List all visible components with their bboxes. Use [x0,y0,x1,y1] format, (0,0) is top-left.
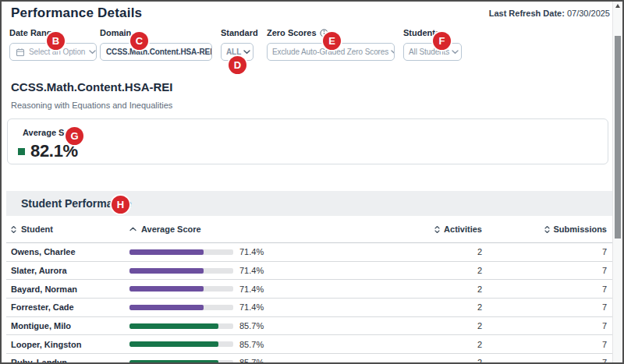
score-bar-track [129,323,233,329]
student-performance-table: Student Average Score Activities [6,216,613,364]
score-value: 71.4% [239,247,264,256]
vertical-scrollbar[interactable] [612,2,622,362]
annotation-badge-e: E [323,32,341,50]
annotation-badge-b: B [47,32,65,50]
activities-value: 2 [365,247,482,256]
filter-domain: Domain CCSS.Math.Content.HSA-REI [100,28,212,61]
score-bar-track [129,268,233,274]
submissions-value: 7 [482,358,607,364]
activities-value: 2 [365,284,482,294]
score-bar-track [129,305,233,310]
filter-students: Students All Students [403,28,462,61]
average-score-value: 82.1% [30,143,78,160]
submissions-value: 7 [482,266,607,275]
column-header-activities[interactable]: Activities [365,224,482,234]
standard-title: CCSS.Math.Content.HSA-REI [11,80,173,94]
last-refresh-label: Last Refresh Date: [489,9,565,18]
chevron-down-icon [452,50,459,55]
table-row: Ruby, Landyn 85.7% 2 7 [6,354,613,364]
page-title: Performance Details [11,5,142,21]
scrollbar-thumb[interactable] [615,36,621,239]
scrollbar-up-arrow-icon[interactable] [613,2,622,9]
table-body: Owens, Charlee 71.4% 2 7 Slater, Aurora … [6,243,613,364]
annotation-badge-f: F [433,32,451,50]
score-bar-fill [129,360,218,364]
calendar-icon [16,48,25,57]
score-bar-track [129,360,233,364]
student-name: Slater, Aurora [11,266,67,275]
activities-value: 2 [365,302,482,312]
column-label-activities: Activities [444,224,482,234]
activities-value: 2 [365,358,482,364]
chevron-down-icon [391,50,395,55]
average-score-card: Average Score 82.1% [7,118,608,164]
student-performance-header: Student Performance [6,191,613,216]
activities-value: 2 [365,266,482,275]
average-score-legend-swatch [18,148,25,155]
score-value: 71.4% [239,266,264,275]
score-value: 85.7% [239,321,264,330]
students-label: Students [403,28,462,37]
sort-icon [544,225,550,234]
chevron-down-icon [89,50,96,55]
student-name: Montigue, Milo [11,321,71,330]
student-name: Bayard, Norman [11,284,77,294]
table-row: Looper, Kingston 85.7% 2 7 [6,335,613,354]
column-label-submissions: Submissions [554,224,607,234]
submissions-value: 7 [482,247,607,256]
last-refresh-value: 07/30/2025 [567,9,610,18]
score-bar-fill [129,249,204,255]
table-header-row: Student Average Score Activities [6,216,613,243]
score-bar-fill [129,305,204,310]
annotation-badge-d: D [229,56,246,74]
chevron-down-icon [243,50,250,55]
annotation-badge-h: H [112,196,129,214]
student-name: Ruby, Landyn [11,358,67,364]
table-row: Forrester, Cade 71.4% 2 7 [6,299,613,317]
score-value: 85.7% [239,358,264,364]
column-header-submissions[interactable]: Submissions [482,224,607,234]
students-select[interactable]: All Students [403,43,462,61]
annotation-badge-c: C [130,32,148,50]
performance-details-page: Performance Details Last Refresh Date: 0… [0,0,624,364]
score-bar-track [129,249,233,255]
table-row: Bayard, Norman 71.4% 2 7 [6,280,613,299]
score-bar-track [129,341,233,347]
column-label-average-score: Average Score [141,224,201,234]
domain-value: CCSS.Math.Content.HSA-REI [106,48,212,56]
score-value: 71.4% [239,284,264,294]
column-header-student[interactable]: Student [11,224,129,234]
submissions-value: 7 [482,302,607,312]
average-score-label: Average Score [23,128,608,137]
standard-label: Standard [221,28,258,37]
score-value: 71.4% [239,302,264,312]
activities-value: 2 [365,321,482,330]
column-label-student: Student [21,224,53,234]
table-row: Owens, Charlee 71.4% 2 7 [6,243,613,262]
last-refresh-date: Last Refresh Date: 07/30/2025 [489,9,610,18]
domain-label: Domain [100,28,212,37]
table-row: Montigue, Milo 85.7% 2 7 [6,317,613,336]
score-bar-fill [129,323,218,329]
score-value: 85.7% [239,340,264,349]
student-name: Forrester, Cade [11,302,74,312]
student-name: Owens, Charlee [11,247,76,256]
domain-select[interactable]: CCSS.Math.Content.HSA-REI [100,43,212,61]
sort-icon [11,225,16,234]
student-name: Looper, Kingston [11,340,81,349]
zero-scores-label-text: Zero Scores [267,28,317,37]
sort-ascending-icon [129,227,136,231]
submissions-value: 7 [482,321,607,330]
submissions-value: 7 [482,284,607,294]
submissions-value: 7 [482,340,607,349]
table-row: Slater, Aurora 71.4% 2 7 [6,262,613,281]
score-bar-fill [129,286,204,292]
score-bar-fill [129,341,218,347]
sort-icon [434,225,440,234]
activities-value: 2 [365,340,482,349]
score-bar-track [129,286,233,292]
score-bar-fill [129,268,204,274]
annotation-badge-g: G [66,127,83,145]
column-header-average-score[interactable]: Average Score [129,224,365,234]
standard-value: ALL [226,48,241,56]
